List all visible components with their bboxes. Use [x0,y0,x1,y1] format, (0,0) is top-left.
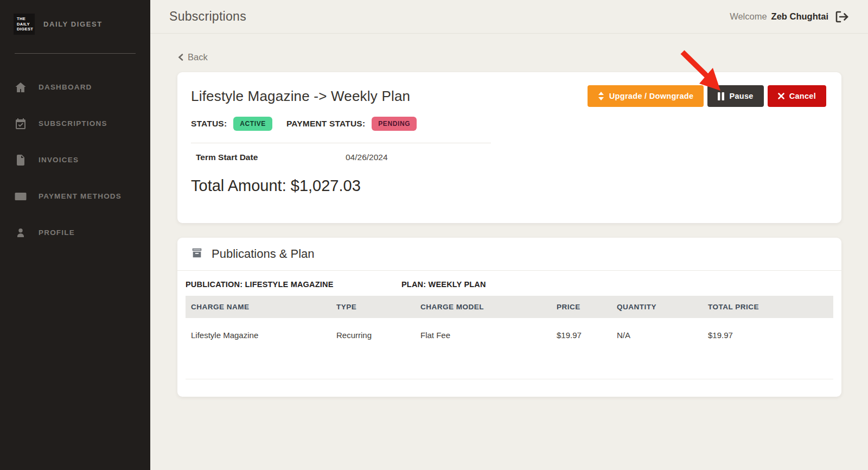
divider [191,143,491,143]
cell-total-price: $19.97 [708,331,833,340]
logo-line: THE [17,16,35,21]
sidebar-item-label: DASHBOARD [39,83,92,91]
publications-title: Publications & Plan [212,247,315,261]
home-icon [14,81,27,94]
total-amount: Total Amount: $1,027.03 [191,177,826,195]
sidebar-nav: DASHBOARD SUBSCRIPTIONS INVOICES PAYMENT… [0,54,150,251]
cell-charge-model: Flat Fee [420,331,557,340]
credit-card-icon [14,190,27,203]
payment-status-label: PAYMENT STATUS: [286,119,365,129]
cell-quantity: N/A [617,331,708,340]
col-charge-name: CHARGE NAME [191,303,336,311]
subscription-card: Lifestyle Magazine -> Weekly Plan Upgrad… [177,72,841,223]
welcome-area: Welcome Zeb Chughtai [730,11,849,23]
sidebar: THE DAILY DIGEST DAILY DIGEST DASHBOARD … [0,0,150,470]
user-name: Zeb Chughtai [771,11,828,22]
archive-box-icon [191,247,203,261]
charges-table: CHARGE NAME TYPE CHARGE MODEL PRICE QUAN… [186,296,833,352]
logout-icon[interactable] [835,11,849,23]
col-charge-model: CHARGE MODEL [420,303,557,311]
sidebar-item-label: INVOICES [39,156,79,164]
action-buttons: Upgrade / Downgrade Pause Cancel [588,85,826,107]
table-header-row: CHARGE NAME TYPE CHARGE MODEL PRICE QUAN… [186,296,833,318]
upgrade-downgrade-label: Upgrade / Downgrade [609,92,694,100]
cell-type: Recurring [336,331,420,340]
status-label: STATUS: [191,119,227,129]
logo-line: DIGEST [17,27,35,31]
sidebar-item-payment-methods[interactable]: PAYMENT METHODS [0,178,150,214]
table-row: Lifestyle Magazine Recurring Flat Fee $1… [186,318,833,352]
welcome-label: Welcome [730,11,767,22]
cell-charge-name: Lifestyle Magazine [191,331,336,340]
pause-button[interactable]: Pause [707,85,763,107]
back-label: Back [188,52,208,62]
status-badge: ACTIVE [233,117,272,131]
main-content: Back Lifestyle Magazine -> Weekly Plan U… [150,34,868,470]
term-start-label: Term Start Date [191,153,346,162]
subscription-title: Lifestyle Magazine -> Weekly Plan [191,88,410,105]
person-icon [14,226,27,239]
col-quantity: QUANTITY [617,303,708,311]
up-down-arrows-icon [598,92,604,100]
sidebar-item-subscriptions[interactable]: SUBSCRIPTIONS [0,105,150,142]
publication-label: PUBLICATION: LIFESTYLE MAGAZINE [186,280,401,289]
page-title: Subscriptions [169,9,246,24]
cell-price: $19.97 [557,331,617,340]
pause-label: Pause [729,92,753,100]
cancel-button[interactable]: Cancel [768,85,826,107]
calendar-check-icon [14,117,27,130]
sidebar-item-label: PAYMENT METHODS [39,192,122,200]
col-total-price: TOTAL PRICE [708,303,833,311]
sidebar-item-invoices[interactable]: INVOICES [0,142,150,178]
brand: THE DAILY DIGEST DAILY DIGEST [0,0,150,47]
brand-logo: THE DAILY DIGEST [14,14,35,35]
chevron-left-icon [177,54,184,61]
app-window: THE DAILY DIGEST DAILY DIGEST DASHBOARD … [0,0,868,470]
back-link[interactable]: Back [177,52,208,62]
invoice-icon [14,154,27,167]
logo-line: DAILY [17,22,35,27]
brand-name: DAILY DIGEST [43,20,103,28]
sidebar-item-profile[interactable]: PROFILE [0,214,150,251]
divider [186,379,833,379]
col-type: TYPE [336,303,420,311]
payment-status-badge: PENDING [372,117,417,131]
pause-icon [718,92,724,100]
cancel-label: Cancel [789,92,816,100]
term-start-value: 04/26/2024 [346,153,388,162]
upgrade-downgrade-button[interactable]: Upgrade / Downgrade [588,85,704,107]
topbar: Subscriptions Welcome Zeb Chughtai [150,0,868,34]
publications-card: Publications & Plan PUBLICATION: LIFESTY… [177,238,841,397]
plan-label: PLAN: WEEKLY PLAN [401,280,486,289]
x-icon [778,93,784,99]
sidebar-item-dashboard[interactable]: DASHBOARD [0,69,150,105]
sidebar-item-label: PROFILE [39,228,75,237]
col-price: PRICE [557,303,617,311]
sidebar-item-label: SUBSCRIPTIONS [39,119,107,128]
